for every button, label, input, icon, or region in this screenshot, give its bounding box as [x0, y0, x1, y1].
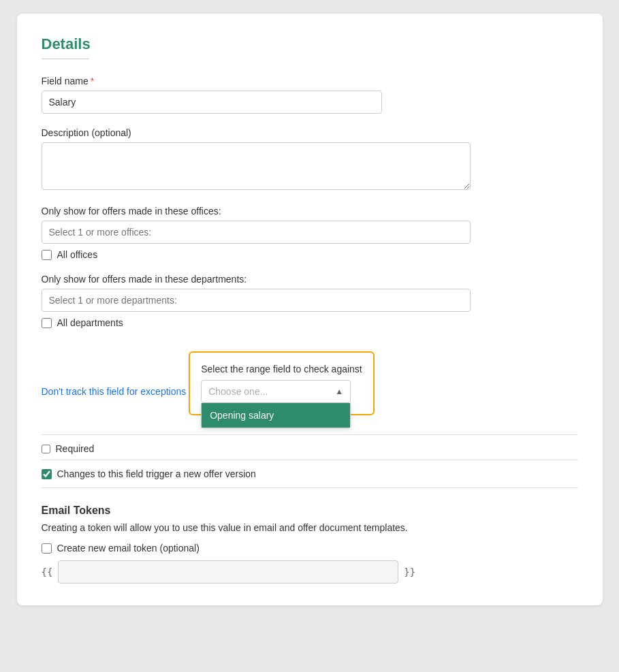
description-group: Description (optional) [42, 127, 578, 192]
departments-group: Only show for offers made in these depar… [42, 274, 578, 328]
token-input[interactable] [58, 560, 398, 583]
departments-input[interactable] [42, 289, 471, 312]
field-name-label: Field name* [42, 76, 578, 86]
all-departments-row: All departments [42, 317, 578, 328]
offices-label: Only show for offers made in these offic… [42, 206, 578, 217]
version-row: Changes to this field trigger a new offe… [42, 460, 578, 488]
opening-salary-option[interactable]: Opening salary [202, 403, 350, 428]
version-label: Changes to this field trigger a new offe… [57, 468, 256, 479]
required-checkbox[interactable] [42, 445, 50, 453]
offices-group: Only show for offers made in these offic… [42, 206, 578, 260]
create-token-row: Create new email token (optional) [42, 543, 578, 554]
token-input-row: {{ }} [42, 560, 578, 583]
email-tokens-section: Email Tokens Creating a token will allow… [42, 505, 578, 583]
range-field-dropdown-trigger[interactable]: Choose one... ▲ [201, 380, 351, 403]
dropdown-menu: Opening salary [201, 403, 351, 428]
exception-link[interactable]: Don't track this field for exceptions [42, 386, 187, 397]
description-input[interactable] [42, 142, 471, 190]
departments-label: Only show for offers made in these depar… [42, 274, 578, 285]
required-label: Required [56, 443, 95, 454]
title-divider [42, 59, 89, 59]
token-close-brace: }} [404, 566, 415, 577]
all-departments-checkbox[interactable] [42, 318, 52, 328]
all-offices-label: All offices [57, 249, 98, 260]
all-departments-label: All departments [57, 317, 123, 328]
create-token-checkbox[interactable] [42, 543, 52, 554]
required-star: * [91, 76, 94, 86]
version-checkbox[interactable] [42, 469, 52, 479]
create-token-label: Create new email token (optional) [57, 543, 200, 554]
exception-box-label: Select the range field to check against [201, 364, 362, 374]
description-label: Description (optional) [42, 127, 578, 138]
all-offices-row: All offices [42, 249, 578, 260]
exception-box: Select the range field to check against … [189, 351, 375, 415]
dropdown-placeholder: Choose one... [208, 386, 268, 397]
field-name-input[interactable] [42, 91, 382, 114]
dropdown-arrow-icon: ▲ [335, 387, 343, 396]
required-row: Required [42, 443, 578, 454]
offices-input[interactable] [42, 221, 471, 244]
details-card: Details Field name* Description (optiona… [17, 14, 603, 605]
section-title: Details [42, 35, 578, 53]
all-offices-checkbox[interactable] [42, 250, 52, 260]
token-open-brace: {{ [42, 566, 53, 577]
email-tokens-title: Email Tokens [42, 505, 578, 517]
field-name-group: Field name* [42, 76, 578, 114]
email-tokens-desc: Creating a token will allow you to use t… [42, 522, 578, 533]
separator-1 [42, 434, 578, 435]
range-field-dropdown-wrapper: Choose one... ▲ Opening salary [201, 380, 351, 403]
